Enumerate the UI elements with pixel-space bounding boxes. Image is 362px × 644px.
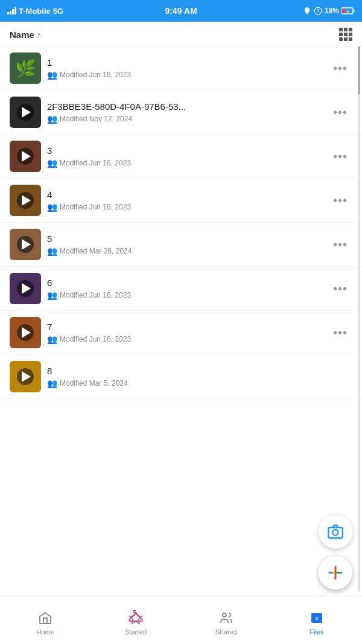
file-thumbnail <box>10 317 41 348</box>
file-name: 2F3BBE3E-580D-4F0A-97B6-53... <box>47 101 322 112</box>
file-meta: 👥 Modified Nov 12, 2024 <box>47 114 322 124</box>
list-item[interactable]: 8 👥 Modified Mar 5, 2024 <box>0 355 362 399</box>
location-icon <box>303 7 311 15</box>
shared-icon: 👥 <box>47 114 57 124</box>
shared-icon: 👥 <box>47 246 57 256</box>
list-item[interactable]: 4 👥 Modified Jun 16, 2023 ••• <box>0 179 362 223</box>
fab-area <box>319 515 352 590</box>
nav-label-shared: Shared <box>215 628 237 636</box>
battery-icon: ⚡ <box>341 7 355 14</box>
battery-label: 18% <box>325 7 339 15</box>
svg-text:≡: ≡ <box>315 616 318 622</box>
file-thumbnail <box>10 141 41 172</box>
file-info: 7 👥 Modified Jun 16, 2023 <box>41 322 328 344</box>
file-name: 4 <box>47 190 322 200</box>
file-info: 3 👥 Modified Jun 16, 2023 <box>41 145 328 168</box>
shared-icon: 👥 <box>47 378 57 388</box>
file-info: 2F3BBE3E-580D-4F0A-97B6-53... 👥 Modified… <box>41 101 328 124</box>
add-button[interactable] <box>319 556 352 590</box>
play-icon <box>17 280 34 297</box>
status-right: 18% ⚡ <box>303 7 355 15</box>
play-icon <box>17 148 34 165</box>
file-thumbnail <box>10 229 41 260</box>
file-name: 7 <box>47 322 322 332</box>
list-item[interactable]: 5 👥 Modified Mar 28, 2024 ••• <box>0 223 362 267</box>
scan-camera-button[interactable] <box>319 515 352 549</box>
status-time: 9:49 AM <box>165 6 197 16</box>
shared-icon: 👥 <box>47 70 57 80</box>
file-info: 4 👥 Modified Jun 16, 2023 <box>41 190 328 212</box>
more-options-button[interactable]: ••• <box>328 277 352 301</box>
file-meta: 👥 Modified Jun 16, 2023 <box>47 70 322 80</box>
svg-rect-14 <box>311 613 316 615</box>
sort-label: Name <box>10 30 34 40</box>
hanger-icon <box>127 610 144 622</box>
svg-point-12 <box>223 613 226 617</box>
nav-item-starred[interactable]: Starred <box>91 605 181 636</box>
file-meta: 👥 Modified Mar 28, 2024 <box>47 246 322 256</box>
file-modified: Modified Jun 16, 2023 <box>60 291 131 299</box>
sort-header[interactable]: Name ↑ <box>10 30 41 40</box>
header: Name ↑ <box>0 22 362 46</box>
file-list: 🌿 1 👥 Modified Jun 16, 2023 ••• 2F3BBE3E… <box>0 46 362 591</box>
play-icon <box>17 104 34 121</box>
files-icon: ≡ <box>309 610 325 626</box>
more-options-button[interactable]: ••• <box>328 321 352 345</box>
more-options-button[interactable]: ••• <box>328 145 352 168</box>
more-options-button[interactable]: ••• <box>328 57 352 80</box>
status-left: T-Mobile 5G <box>7 7 63 16</box>
file-name: 3 <box>47 145 322 156</box>
file-thumbnail <box>10 185 41 216</box>
list-item[interactable]: 🌿 1 👥 Modified Jun 16, 2023 ••• <box>0 46 362 91</box>
shared-icon: 👥 <box>47 290 57 300</box>
file-modified: Modified Mar 5, 2024 <box>60 379 128 387</box>
file-modified: Modified Nov 12, 2024 <box>60 115 132 123</box>
play-icon <box>17 236 34 253</box>
file-info: 1 👥 Modified Jun 16, 2023 <box>41 57 328 80</box>
file-modified: Modified Jun 16, 2023 <box>60 335 131 343</box>
svg-text:⚡: ⚡ <box>345 9 351 14</box>
list-item[interactable]: 3 👥 Modified Jun 16, 2023 ••• <box>0 135 362 179</box>
signal-bars <box>7 7 16 14</box>
nav-item-shared[interactable]: Shared <box>181 605 272 636</box>
file-name: 1 <box>47 57 322 68</box>
scrollbar-thumb[interactable] <box>358 46 360 95</box>
leaf-icon: 🌿 <box>15 59 36 78</box>
svg-rect-2 <box>354 10 355 12</box>
play-icon <box>17 324 34 341</box>
nav-label-files: Files <box>310 628 323 636</box>
shared-people-icon <box>218 610 234 626</box>
file-meta: 👥 Modified Jun 16, 2023 <box>47 334 322 344</box>
list-item[interactable]: 6 👥 Modified Jun 16, 2023 ••• <box>0 267 362 311</box>
file-name: 8 <box>47 366 346 376</box>
home-icon <box>37 610 53 626</box>
file-name: 6 <box>47 278 322 288</box>
list-item[interactable]: 2F3BBE3E-580D-4F0A-97B6-53... 👥 Modified… <box>0 91 362 135</box>
file-meta: 👥 Modified Mar 5, 2024 <box>47 378 346 388</box>
more-options-button[interactable]: ••• <box>328 101 352 124</box>
svg-rect-3 <box>342 8 345 13</box>
camera-icon <box>327 523 344 540</box>
file-thumbnail <box>10 273 41 304</box>
play-icon <box>17 192 34 209</box>
file-meta: 👥 Modified Jun 16, 2023 <box>47 158 322 168</box>
shared-icon: 👥 <box>47 202 57 212</box>
svg-point-6 <box>332 530 338 535</box>
shared-icon: 👥 <box>47 334 57 344</box>
more-options-button[interactable]: ••• <box>328 233 352 257</box>
plus-icon <box>327 564 344 581</box>
carrier-label: T-Mobile <box>19 7 51 16</box>
nav-item-home[interactable]: Home <box>0 605 91 636</box>
file-name: 5 <box>47 234 322 244</box>
file-info: 5 👥 Modified Mar 28, 2024 <box>41 234 328 256</box>
grid-view-button[interactable] <box>339 28 352 41</box>
file-modified: Modified Jun 16, 2023 <box>60 203 131 211</box>
file-thumbnail: 🌿 <box>10 53 41 84</box>
more-options-button[interactable]: ••• <box>328 189 352 212</box>
file-meta: 👥 Modified Jun 16, 2023 <box>47 290 322 300</box>
nav-item-files[interactable]: ≡ Files <box>272 605 362 636</box>
bottom-nav: Home Starred Shared <box>0 596 362 644</box>
list-item[interactable]: 7 👥 Modified Jun 16, 2023 ••• <box>0 311 362 355</box>
play-icon <box>17 368 34 385</box>
file-modified: Modified Jun 16, 2023 <box>60 159 131 167</box>
